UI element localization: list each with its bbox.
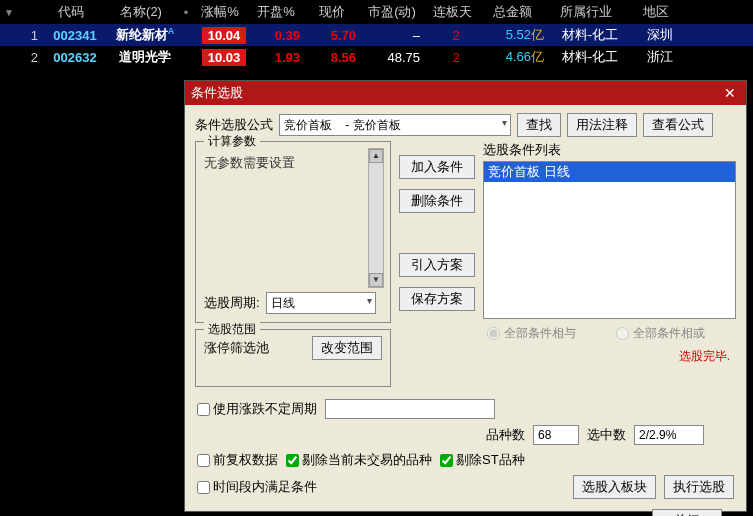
- list-item[interactable]: 竞价首板 日线: [484, 162, 735, 182]
- usage-button[interactable]: 用法注释: [567, 113, 637, 137]
- exclude-notrade-checkbox[interactable]: 剔除当前未交易的品种: [286, 451, 432, 469]
- table-row[interactable]: 2 002632 道明光学 10.03 1.93 8.56 48.75 2 4.…: [0, 46, 753, 68]
- table-row[interactable]: 1 002341 新纶新材A 10.04 0.39 5.70 – 2 5.52亿…: [0, 24, 753, 46]
- run-selection-button[interactable]: 执行选股: [664, 475, 734, 499]
- range-pool-text: 涨停筛选池: [204, 339, 269, 357]
- scroll-down-icon[interactable]: ▼: [369, 273, 383, 287]
- close-button[interactable]: 关闭: [652, 509, 722, 516]
- scroll-up-icon[interactable]: ▲: [369, 149, 383, 163]
- params-scrollbar[interactable]: ▲ ▼: [368, 148, 384, 288]
- condition-list-label: 选股条件列表: [483, 141, 736, 159]
- period-label: 选股周期:: [204, 294, 260, 312]
- change-range-button[interactable]: 改变范围: [312, 336, 382, 360]
- condition-listbox[interactable]: 竞价首板 日线: [483, 161, 736, 319]
- variety-count-input[interactable]: [533, 425, 579, 445]
- table-header: ▼ 代码 名称(2) • 涨幅% 开盘% 现价 市盈(动) 连板天 总金额 所属…: [0, 0, 753, 24]
- no-params-text: 无参数需要设置: [204, 155, 295, 170]
- dropdown-icon[interactable]: ▼: [4, 7, 16, 18]
- period-combo[interactable]: [266, 292, 376, 314]
- selection-done-text: 选股完毕.: [483, 348, 736, 365]
- range-fieldset: 选股范围 涨停筛选池 改变范围: [195, 329, 391, 387]
- delete-condition-button[interactable]: 删除条件: [399, 189, 475, 213]
- dialog-titlebar[interactable]: 条件选股 ✕: [185, 81, 746, 105]
- custom-period-input[interactable]: [325, 399, 495, 419]
- radio-or[interactable]: 全部条件相或: [616, 325, 705, 342]
- condition-selection-dialog: 条件选股 ✕ 条件选股公式 查找 用法注释 查看公式 计算参数 无参数需要设置 …: [184, 80, 747, 512]
- time-range-checkbox[interactable]: 时间段内满足条件: [197, 478, 317, 496]
- custom-period-checkbox[interactable]: 使用涨跌不定周期: [197, 400, 317, 418]
- selected-count-input[interactable]: [634, 425, 704, 445]
- find-button[interactable]: 查找: [517, 113, 561, 137]
- close-icon[interactable]: ✕: [720, 85, 740, 101]
- add-condition-button[interactable]: 加入条件: [399, 155, 475, 179]
- stock-table: ▼ 代码 名称(2) • 涨幅% 开盘% 现价 市盈(动) 连板天 总金额 所属…: [0, 0, 753, 68]
- view-formula-button[interactable]: 查看公式: [643, 113, 713, 137]
- formula-label: 条件选股公式: [195, 116, 273, 134]
- formula-combo[interactable]: [279, 114, 511, 136]
- radio-and[interactable]: 全部条件相与: [487, 325, 576, 342]
- save-scheme-button[interactable]: 保存方案: [399, 287, 475, 311]
- params-fieldset: 计算参数 无参数需要设置 ▲ ▼ 选股周期:: [195, 141, 391, 323]
- into-block-button[interactable]: 选股入板块: [573, 475, 656, 499]
- import-scheme-button[interactable]: 引入方案: [399, 253, 475, 277]
- qfq-checkbox[interactable]: 前复权数据: [197, 451, 278, 469]
- exclude-st-checkbox[interactable]: 剔除ST品种: [440, 451, 525, 469]
